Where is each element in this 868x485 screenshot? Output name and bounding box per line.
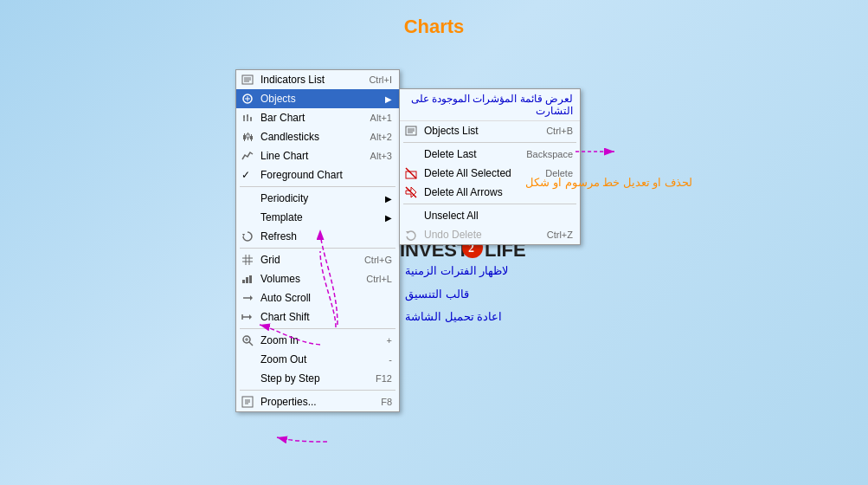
svg-line-48 [406,168,416,178]
main-dropdown-menu: Indicators List Ctrl+I Objects ▶ Bar Cha… [235,69,400,412]
submenu-item-undodelete[interactable]: Undo Delete Ctrl+Z [400,225,580,244]
arabic-delete-label: لحذف او تعديل خط مرسوم او شكل [588,176,692,191]
barchart-icon [240,110,255,126]
foreground-check: ✓ [241,169,250,181]
arabic-periodicity-label: لاظهار الفترات الزمنية [405,264,508,277]
menu-item-properties[interactable]: Properties... F8 [236,392,399,411]
menu-item-template[interactable]: Template ▶ [236,208,399,227]
svg-marker-31 [250,295,253,301]
objects-arrow-icon: ▶ [385,94,392,104]
menu-sep-3 [240,328,395,329]
deleteallsel-icon [403,165,419,181]
menu-item-linechart[interactable]: Line Chart Alt+3 [236,146,399,165]
periodicity-arrow-icon: ▶ [385,194,392,204]
deleteallarrows-icon [403,184,419,200]
undodelete-icon [403,227,419,242]
menu-item-indicators[interactable]: Indicators List Ctrl+I [236,70,399,89]
chartshift-icon [240,309,255,325]
submenu-item-deletelast[interactable]: Delete Last Backspace [400,145,580,164]
svg-line-36 [249,342,253,346]
linechart-icon [240,148,255,164]
menu-item-zoomin[interactable]: Zoom In + [236,331,399,350]
svg-rect-28 [246,277,248,283]
menu-item-refresh[interactable]: Refresh [236,227,399,246]
submenu-header: لعرض قائمة المؤشرات الموجودة على التشارت [400,89,580,121]
menu-sep-2 [240,248,395,249]
grid-icon [240,252,255,268]
svg-marker-22 [242,234,245,236]
menu-sep-1 [240,186,395,187]
volumes-icon [240,271,255,287]
svg-rect-27 [242,280,245,283]
submenu-item-unselectall[interactable]: Unselect All [400,206,580,225]
menu-item-volumes[interactable]: Volumes Ctrl+L [236,269,399,288]
svg-marker-33 [249,314,252,320]
page-title: Charts [0,0,868,47]
menu-item-grid[interactable]: Grid Ctrl+G [236,250,399,269]
menu-item-autoscroll[interactable]: Auto Scroll [236,288,399,307]
menu-item-candlesticks[interactable]: Candlesticks Alt+2 [236,127,399,146]
menu-item-objects[interactable]: Objects ▶ [236,89,399,108]
menu-item-stepbystep[interactable]: Step by Step F12 [236,369,399,388]
arabic-template-label: قالب التنسيق [405,288,469,301]
autoscroll-icon [240,290,255,306]
svg-rect-29 [249,275,252,283]
menu-item-chartshift[interactable]: Chart Shift [236,307,399,327]
submenu-item-deleteallarrows[interactable]: Delete All Arrows لحذف او تعديل خط مرسوم… [400,183,580,202]
svg-rect-16 [247,134,249,138]
objects-submenu: لعرض قائمة المؤشرات الموجودة على التشارت… [399,88,581,245]
menu-item-barchart[interactable]: Bar Chart Alt+1 [236,108,399,127]
objects-icon [240,91,255,107]
indicators-icon [240,72,255,87]
candlestick-icon [240,129,255,145]
zoomin-icon [240,333,255,348]
menu-item-periodicity[interactable]: Periodicity ▶ [236,189,399,208]
arabic-refresh-label: اعادة تحميل الشاشة [405,310,502,323]
svg-rect-19 [250,136,253,139]
refresh-icon [240,229,255,244]
objectslist-icon [403,123,419,139]
submenu-sep-2 [403,204,576,204]
submenu-sep-1 [403,142,576,143]
menu-item-zoomout[interactable]: Zoom Out - [236,350,399,369]
svg-rect-13 [243,135,246,139]
properties-icon [240,394,255,410]
menu-item-foreground[interactable]: ✓ Foreground Chart [236,165,399,184]
submenu-item-objectslist[interactable]: Objects List Ctrl+B [400,121,580,140]
menu-sep-4 [240,390,395,391]
template-arrow-icon: ▶ [385,213,392,223]
